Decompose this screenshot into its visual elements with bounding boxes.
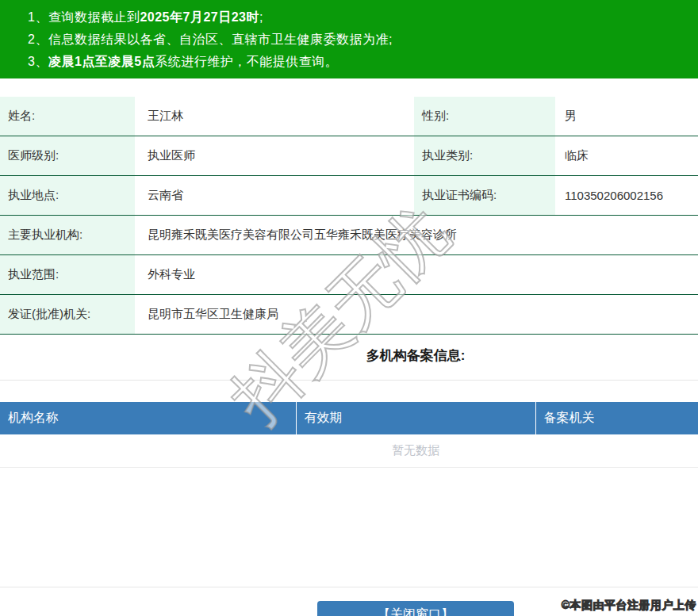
table-row: 主要执业机构: 昆明雍禾既美医疗美容有限公司五华雍禾既美医疗美容诊所 — [0, 216, 698, 255]
field-value-practice-location: 云南省 — [135, 176, 414, 216]
field-label-certificate-number: 执业证书编码: — [414, 176, 555, 216]
field-value-practice-scope: 外科专业 — [135, 255, 698, 295]
table-row: 医师级别: 执业医师 执业类别: 临床 — [0, 136, 698, 176]
table-row: 执业范围: 外科专业 — [0, 255, 698, 295]
field-value-certificate-number: 110350206002156 — [555, 176, 698, 216]
field-value-main-institution: 昆明雍禾既美医疗美容有限公司五华雍禾既美医疗美容诊所 — [135, 216, 698, 255]
footer-button-row: 【关闭窗口】 — [0, 601, 698, 616]
record-table-header-row: 机构名称 有效期 备案机关 — [0, 402, 698, 434]
empty-data-text: 暂无数据 — [0, 434, 698, 468]
notice-text: 信息数据结果以各省、自治区、直辖市卫生健康委数据为准; — [48, 33, 393, 46]
notice-line-2: 2、信息数据结果以各省、自治区、直辖市卫生健康委数据为准; — [0, 29, 698, 51]
field-label-practice-location: 执业地点: — [0, 176, 135, 216]
notice-banner: 1、查询数据截止到2025年7月27日23时; 2、信息数据结果以各省、自治区、… — [0, 0, 698, 78]
notice-line-1: 1、查询数据截止到2025年7月27日23时; — [0, 6, 698, 29]
notice-text-bold: 2025年7月27日23时 — [140, 10, 259, 24]
table-row: 暂无数据 — [0, 434, 698, 468]
field-label-doctor-level: 医师级别: — [0, 136, 135, 176]
doctor-info-table: 姓名: 王江林 性别: 男 医师级别: 执业医师 执业类别: 临床 执业地点: … — [0, 97, 698, 335]
notice-text: ; — [259, 10, 263, 24]
table-row: 姓名: 王江林 性别: 男 — [0, 97, 698, 136]
multi-org-section-title: 多机构备案信息: — [0, 335, 698, 381]
notice-text: 查询数据截止到 — [48, 10, 140, 24]
field-label-practice-category: 执业类别: — [414, 136, 555, 176]
field-value-practice-category: 临床 — [555, 136, 698, 176]
multi-org-record-table: 机构名称 有效期 备案机关 暂无数据 — [0, 402, 698, 468]
page-container: 1、查询数据截止到2025年7月27日23时; 2、信息数据结果以各省、自治区、… — [0, 0, 698, 616]
notice-line-3: 3、凌晨1点至凌晨5点系统进行维护，不能提供查询。 — [0, 51, 698, 73]
notice-text: 系统进行维护，不能提供查询。 — [155, 55, 338, 68]
table-row: 发证(批准)机关: 昆明市五华区卫生健康局 — [0, 295, 698, 335]
notice-number: 1、 — [28, 10, 48, 24]
field-label-main-institution: 主要执业机构: — [0, 216, 135, 255]
column-header-record-authority: 备案机关 — [535, 402, 698, 434]
notice-text-bold: 凌晨1点至凌晨5点 — [48, 55, 155, 68]
column-header-institution-name: 机构名称 — [0, 402, 296, 434]
field-value-name: 王江林 — [135, 97, 414, 136]
field-value-gender: 男 — [555, 97, 698, 136]
table-row: 执业地点: 云南省 执业证书编码: 110350206002156 — [0, 176, 698, 216]
field-label-gender: 性别: — [414, 97, 555, 136]
field-label-issuing-authority: 发证(批准)机关: — [0, 295, 135, 335]
notice-number: 3、 — [28, 55, 48, 68]
field-value-issuing-authority: 昆明市五华区卫生健康局 — [135, 295, 698, 335]
field-value-doctor-level: 执业医师 — [135, 136, 414, 176]
field-label-practice-scope: 执业范围: — [0, 255, 135, 295]
column-header-validity-period: 有效期 — [296, 402, 535, 434]
field-label-name: 姓名: — [0, 97, 135, 136]
close-window-button[interactable]: 【关闭窗口】 — [317, 601, 514, 616]
footer-divider — [0, 587, 698, 587]
notice-number: 2、 — [28, 33, 48, 46]
